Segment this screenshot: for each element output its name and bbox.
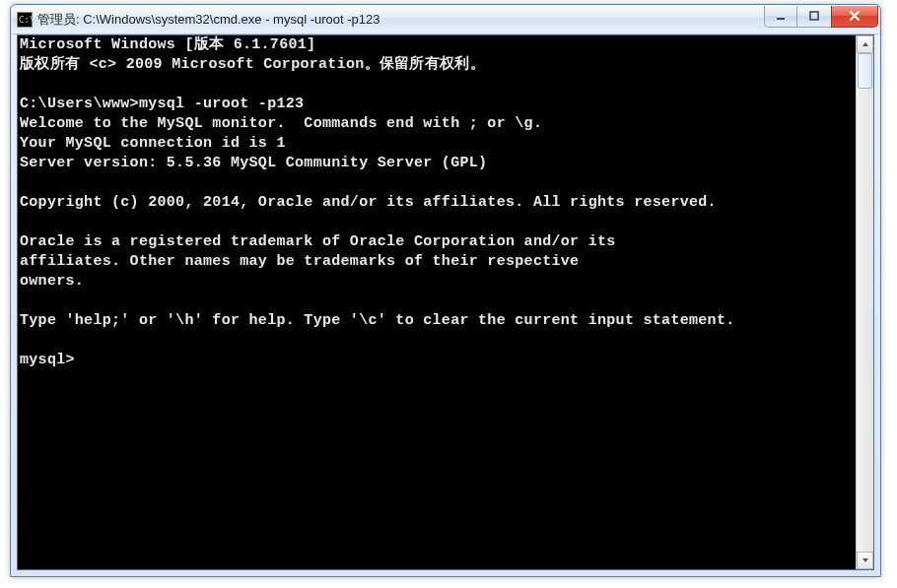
scrollbar-thumb[interactable] <box>858 53 872 89</box>
scroll-up-button[interactable] <box>857 35 873 53</box>
chevron-down-icon <box>862 556 869 564</box>
close-button[interactable] <box>831 6 878 28</box>
cmd-window: C:\. 管理员: C:\Windows\system32\cmd.exe - … <box>10 4 881 577</box>
svg-rect-1 <box>810 12 818 20</box>
titlebar[interactable]: C:\. 管理员: C:\Windows\system32\cmd.exe - … <box>11 5 880 34</box>
scroll-down-button[interactable] <box>857 552 873 569</box>
svg-rect-0 <box>777 18 785 20</box>
close-icon <box>848 10 862 22</box>
minimize-icon <box>775 10 787 22</box>
vertical-scrollbar[interactable] <box>856 35 873 569</box>
terminal-output[interactable]: Microsoft Windows [版本 6.1.7601] 版权所有 <c>… <box>18 35 856 569</box>
chevron-up-icon <box>862 40 869 48</box>
window-title: 管理员: C:\Windows\system32\cmd.exe - mysql… <box>37 11 764 29</box>
client-area: Microsoft Windows [版本 6.1.7601] 版权所有 <c>… <box>17 34 874 570</box>
maximize-button[interactable] <box>797 6 831 28</box>
cmd-icon: C:\. <box>17 12 33 28</box>
scrollbar-track[interactable] <box>857 53 873 552</box>
window-controls <box>764 6 878 28</box>
maximize-icon <box>808 10 820 22</box>
minimize-button[interactable] <box>764 6 797 28</box>
